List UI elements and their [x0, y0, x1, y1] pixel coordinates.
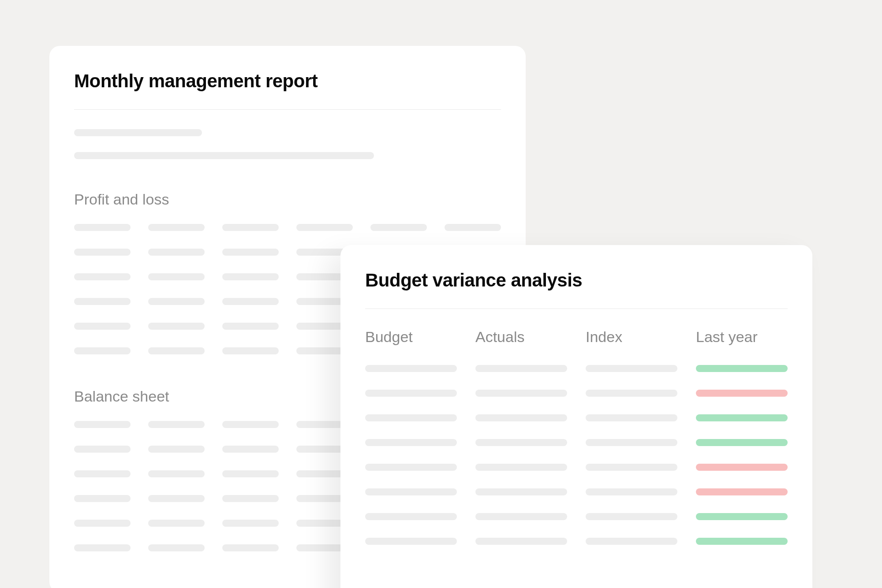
placeholder-cell — [475, 390, 567, 397]
report-title: Monthly management report — [74, 71, 501, 92]
placeholder-cell — [475, 439, 567, 446]
table-row — [365, 513, 788, 520]
placeholder-cell — [222, 249, 279, 256]
placeholder-cell — [222, 273, 279, 280]
variance-table — [365, 365, 788, 545]
placeholder-cell — [475, 513, 567, 520]
placeholder-cell — [222, 347, 279, 354]
status-cell-red — [696, 390, 788, 397]
placeholder-cell — [74, 323, 131, 330]
status-cell-red — [696, 464, 788, 471]
placeholder-cell — [74, 421, 131, 428]
variance-title: Budget variance analysis — [365, 270, 788, 291]
column-header-index: Index — [586, 328, 677, 346]
table-row — [365, 365, 788, 372]
table-row — [365, 538, 788, 545]
placeholder-cell — [74, 544, 131, 551]
placeholder-cell — [365, 488, 457, 495]
status-cell-red — [696, 488, 788, 495]
placeholder-cell — [586, 464, 677, 471]
placeholder-cell — [148, 273, 205, 280]
placeholder-cell — [365, 414, 457, 421]
placeholder-line — [74, 129, 202, 136]
placeholder-cell — [222, 544, 279, 551]
placeholder-cell — [148, 470, 205, 477]
placeholder-cell — [74, 249, 131, 256]
placeholder-cell — [222, 224, 279, 231]
placeholder-cell — [475, 464, 567, 471]
placeholder-cell — [475, 365, 567, 372]
table-row — [365, 464, 788, 471]
placeholder-cell — [148, 347, 205, 354]
placeholder-cell — [74, 470, 131, 477]
placeholder-cell — [148, 520, 205, 527]
placeholder-cell — [74, 446, 131, 453]
placeholder-cell — [222, 446, 279, 453]
table-row — [365, 488, 788, 495]
placeholder-cell — [148, 249, 205, 256]
placeholder-cell — [148, 323, 205, 330]
divider — [365, 309, 788, 309]
placeholder-cell — [222, 495, 279, 502]
placeholder-cell — [222, 520, 279, 527]
placeholder-cell — [586, 538, 677, 545]
placeholder-cell — [222, 421, 279, 428]
status-cell-green — [696, 414, 788, 421]
placeholder-cell — [445, 224, 501, 231]
divider — [74, 109, 501, 110]
placeholder-cell — [586, 390, 677, 397]
status-cell-green — [696, 365, 788, 372]
placeholder-cell — [365, 439, 457, 446]
placeholder-cell — [296, 224, 353, 231]
placeholder-cell — [475, 488, 567, 495]
placeholder-cell — [148, 544, 205, 551]
column-header-last-year: Last year — [696, 328, 788, 346]
placeholder-cell — [475, 538, 567, 545]
placeholder-cell — [148, 495, 205, 502]
placeholder-cell — [74, 224, 131, 231]
placeholder-line — [74, 152, 374, 159]
status-cell-green — [696, 439, 788, 446]
placeholder-cell — [74, 520, 131, 527]
status-cell-green — [696, 513, 788, 520]
report-summary-placeholder — [74, 129, 501, 159]
placeholder-cell — [586, 414, 677, 421]
status-cell-green — [696, 538, 788, 545]
placeholder-cell — [74, 298, 131, 305]
placeholder-cell — [586, 365, 677, 372]
placeholder-cell — [148, 421, 205, 428]
placeholder-cell — [148, 224, 205, 231]
placeholder-cell — [370, 224, 427, 231]
column-header-budget: Budget — [365, 328, 457, 346]
table-row — [365, 414, 788, 421]
table-row — [74, 224, 501, 231]
placeholder-cell — [148, 446, 205, 453]
variance-column-headers: Budget Actuals Index Last year — [365, 328, 788, 346]
placeholder-cell — [365, 365, 457, 372]
placeholder-cell — [74, 347, 131, 354]
placeholder-cell — [586, 488, 677, 495]
placeholder-cell — [475, 414, 567, 421]
placeholder-cell — [74, 495, 131, 502]
table-row — [365, 439, 788, 446]
column-header-actuals: Actuals — [475, 328, 567, 346]
placeholder-cell — [222, 323, 279, 330]
placeholder-cell — [586, 439, 677, 446]
placeholder-cell — [365, 464, 457, 471]
placeholder-cell — [148, 298, 205, 305]
placeholder-cell — [365, 513, 457, 520]
placeholder-cell — [365, 538, 457, 545]
placeholder-cell — [222, 470, 279, 477]
table-row — [365, 390, 788, 397]
placeholder-cell — [586, 513, 677, 520]
placeholder-cell — [74, 273, 131, 280]
placeholder-cell — [365, 390, 457, 397]
budget-variance-card: Budget variance analysis Budget Actuals … — [340, 245, 812, 588]
profit-loss-heading: Profit and loss — [74, 191, 501, 208]
placeholder-cell — [222, 298, 279, 305]
